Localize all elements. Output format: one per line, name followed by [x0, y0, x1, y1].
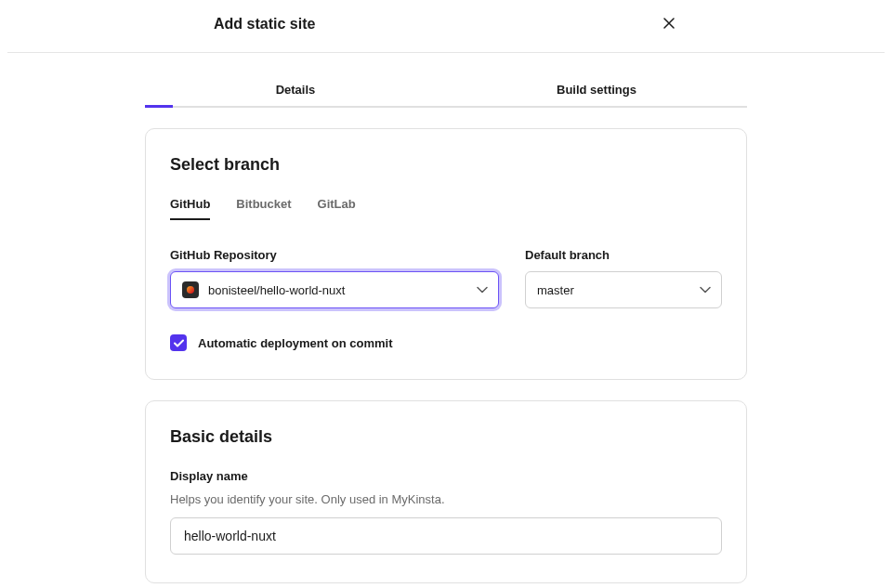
git-provider-tabs: GitHub Bitbucket GitLab — [170, 197, 722, 220]
display-name-input[interactable] — [170, 517, 722, 555]
auto-deploy-label: Automatic deployment on commit — [198, 336, 392, 350]
repo-select[interactable]: bonisteel/hello-world-nuxt — [170, 271, 499, 308]
provider-tab-github[interactable]: GitHub — [170, 197, 210, 220]
tab-details[interactable]: Details — [145, 75, 446, 106]
provider-tab-gitlab[interactable]: GitLab — [318, 197, 356, 220]
branch-field: Default branch master — [525, 248, 722, 308]
tab-build-settings[interactable]: Build settings — [446, 75, 747, 106]
modal-title: Add static site — [214, 16, 315, 33]
repo-owner-avatar — [182, 281, 199, 298]
basic-details-card: Basic details Display name Helps you ide… — [145, 400, 747, 583]
repo-label: GitHub Repository — [170, 248, 499, 262]
select-branch-title: Select branch — [170, 155, 722, 175]
display-name-label: Display name — [170, 469, 722, 483]
branch-label: Default branch — [525, 248, 722, 262]
close-icon — [663, 16, 675, 32]
select-branch-card: Select branch GitHub Bitbucket GitLab Gi… — [145, 128, 747, 380]
repo-field: GitHub Repository bonisteel/hello-world-… — [170, 248, 499, 308]
auto-deploy-checkbox[interactable] — [170, 334, 187, 351]
checkmark-icon — [174, 339, 184, 347]
provider-tab-bitbucket[interactable]: Bitbucket — [236, 197, 291, 220]
branch-select[interactable]: master — [525, 271, 722, 308]
display-name-field: Display name Helps you identify your sit… — [170, 469, 722, 555]
step-tabs: Details Build settings — [145, 75, 747, 108]
modal-header: Add static site — [7, 0, 885, 53]
basic-details-title: Basic details — [170, 427, 722, 447]
modal-content: Details Build settings Select branch Git… — [145, 75, 747, 588]
auto-deploy-row: Automatic deployment on commit — [170, 334, 722, 351]
display-name-help: Helps you identify your site. Only used … — [170, 492, 722, 506]
repo-select-value: bonisteel/hello-world-nuxt — [208, 283, 345, 297]
close-button[interactable] — [660, 13, 678, 35]
branch-select-value: master — [537, 283, 574, 297]
tab-active-indicator — [145, 105, 173, 108]
